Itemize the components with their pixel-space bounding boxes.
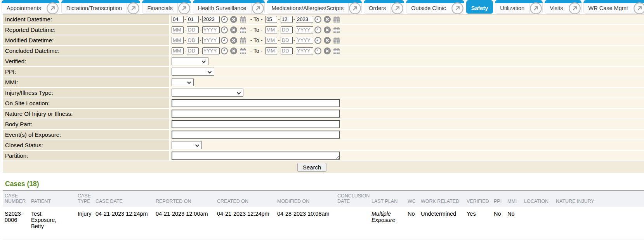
tab-body[interactable]: Utilization xyxy=(495,3,543,14)
reported-datetime-to-yy-input[interactable] xyxy=(296,26,313,33)
calendar-icon[interactable] xyxy=(239,16,247,23)
col-header-mmi[interactable]: MMI xyxy=(505,191,522,207)
search-button[interactable]: Search xyxy=(297,163,327,172)
incident-datetime-from-mm-input[interactable] xyxy=(172,16,184,23)
tab-visits[interactable]: Visits xyxy=(545,0,581,14)
clock-icon[interactable] xyxy=(314,16,322,23)
calendar-icon[interactable] xyxy=(333,26,340,34)
col-header-patient[interactable]: PATIENT xyxy=(29,191,76,207)
clear-icon[interactable] xyxy=(323,47,331,55)
clock-icon[interactable] xyxy=(220,37,228,44)
tab-utilization[interactable]: Utilization xyxy=(495,0,543,14)
popout-icon[interactable] xyxy=(127,3,140,13)
tab-health-surveillance[interactable]: Health Surveillance xyxy=(193,0,265,14)
clear-icon[interactable] xyxy=(230,37,238,44)
col-header-work-related[interactable]: WORK RELATED xyxy=(419,191,465,207)
tab-body[interactable]: Orders xyxy=(364,3,404,14)
reported-datetime-to-dd-input[interactable] xyxy=(281,26,293,33)
col-header-case-type[interactable]: CASE TYPE xyxy=(76,191,94,207)
clock-icon[interactable] xyxy=(314,37,322,44)
col-header-reported-on[interactable]: REPORTED ON xyxy=(154,191,215,207)
tab-body[interactable]: Medications/Allergies/Scripts xyxy=(267,3,362,14)
reported-datetime-from-yy-input[interactable] xyxy=(202,26,220,33)
popout-icon[interactable] xyxy=(177,3,191,13)
tab-body[interactable]: Visits xyxy=(545,3,581,14)
injury-illness-type-select[interactable] xyxy=(172,89,243,97)
col-header-ppi[interactable]: PPI xyxy=(492,191,505,207)
clock-icon[interactable] xyxy=(220,47,228,55)
concluded-datetime-from-mm-input[interactable] xyxy=(172,47,184,54)
popout-icon[interactable] xyxy=(348,3,361,13)
verified-select[interactable] xyxy=(172,57,208,65)
tab-dictation-transcription[interactable]: Dictation/Transcription xyxy=(61,0,141,14)
modified-datetime-to-yy-input[interactable] xyxy=(296,37,313,44)
tab-orders[interactable]: Orders xyxy=(364,0,404,14)
popout-icon[interactable] xyxy=(251,3,264,13)
tab-appointments[interactable]: Appointments xyxy=(2,0,59,14)
body-part-input[interactable] xyxy=(172,120,340,128)
clear-icon[interactable] xyxy=(230,47,238,55)
col-header-last-plan[interactable]: LAST PLAN xyxy=(370,191,406,207)
tab-body[interactable]: Financials xyxy=(142,3,191,14)
popout-icon[interactable] xyxy=(46,3,59,13)
tab-safety[interactable]: Safety xyxy=(466,0,493,14)
calendar-icon[interactable] xyxy=(333,16,340,23)
reported-datetime-from-mm-input[interactable] xyxy=(172,26,184,33)
concluded-datetime-from-dd-input[interactable] xyxy=(187,47,199,54)
modified-datetime-from-yy-input[interactable] xyxy=(202,37,220,44)
incident-datetime-to-dd-input[interactable] xyxy=(281,16,293,23)
mmi-select[interactable] xyxy=(172,78,194,86)
popout-icon[interactable] xyxy=(633,3,644,13)
tab-financials[interactable]: Financials xyxy=(142,0,191,14)
clear-icon[interactable] xyxy=(230,26,238,34)
popout-icon[interactable] xyxy=(529,3,542,13)
nature-of-injury-or-illness-input[interactable] xyxy=(172,110,340,118)
modified-datetime-from-dd-input[interactable] xyxy=(187,37,199,44)
clear-icon[interactable] xyxy=(323,37,331,44)
event-s-of-exposure-input[interactable] xyxy=(172,131,340,139)
col-header-location[interactable]: LOCATION xyxy=(522,191,554,207)
incident-datetime-to-yy-input[interactable] xyxy=(296,16,313,23)
calendar-icon[interactable] xyxy=(333,37,340,44)
clock-icon[interactable] xyxy=(220,16,228,23)
calendar-icon[interactable] xyxy=(239,26,247,34)
tab-body[interactable]: Outside Clinic xyxy=(406,3,464,14)
clear-icon[interactable] xyxy=(230,16,238,23)
col-header-verified[interactable]: VERIFIED xyxy=(465,191,492,207)
concluded-datetime-to-yy-input[interactable] xyxy=(296,47,313,54)
col-header-created-on[interactable]: CREATED ON xyxy=(215,191,275,207)
calendar-icon[interactable] xyxy=(239,47,247,55)
tab-body[interactable]: Appointments xyxy=(2,3,59,14)
tab-body[interactable]: Dictation/Transcription xyxy=(61,3,141,14)
reported-datetime-to-mm-input[interactable] xyxy=(265,26,277,33)
clock-icon[interactable] xyxy=(314,26,322,34)
popout-icon[interactable] xyxy=(451,3,464,13)
incident-datetime-from-yy-input[interactable] xyxy=(202,16,220,23)
calendar-icon[interactable] xyxy=(333,47,340,55)
col-header-case-number[interactable]: CASE NUMBER xyxy=(3,191,29,207)
clear-icon[interactable] xyxy=(323,16,331,23)
popout-icon[interactable] xyxy=(568,3,581,13)
tab-body[interactable]: Health Surveillance xyxy=(193,3,265,14)
incident-datetime-from-dd-input[interactable] xyxy=(187,16,199,23)
col-header-wc[interactable]: WC xyxy=(406,191,419,207)
modified-datetime-to-mm-input[interactable] xyxy=(265,37,277,44)
col-header-conclusion-date[interactable]: CONCLUSION DATE xyxy=(335,191,370,207)
tab-body[interactable]: WR Case Mgmt xyxy=(583,3,644,14)
clock-icon[interactable] xyxy=(314,47,322,55)
tab-body[interactable]: Safety xyxy=(466,3,493,14)
col-header-modified-on[interactable]: MODIFIED ON xyxy=(275,191,335,207)
incident-datetime-to-mm-input[interactable] xyxy=(265,16,277,23)
concluded-datetime-to-dd-input[interactable] xyxy=(281,47,293,54)
clock-icon[interactable] xyxy=(220,26,228,34)
table-row[interactable]: S2023-0006Test Exposure, BettyInjury04-2… xyxy=(3,207,644,239)
closed-status-select[interactable] xyxy=(172,141,202,149)
ppi-select[interactable] xyxy=(172,68,214,76)
modified-datetime-from-mm-input[interactable] xyxy=(172,37,184,44)
col-header-nature-injury[interactable]: NATURE INJURY xyxy=(554,191,604,207)
concluded-datetime-from-yy-input[interactable] xyxy=(202,47,220,54)
tab-outside-clinic[interactable]: Outside Clinic xyxy=(406,0,464,14)
popout-icon[interactable] xyxy=(391,3,404,13)
partition-input[interactable] xyxy=(172,152,340,160)
concluded-datetime-to-mm-input[interactable] xyxy=(265,47,277,54)
